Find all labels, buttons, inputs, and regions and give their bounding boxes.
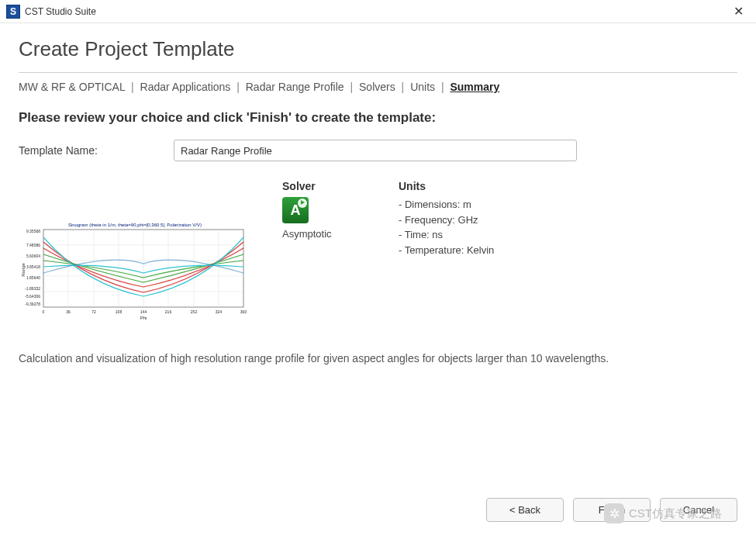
template-description: Calculation and visualization of high re…	[19, 351, 732, 367]
units-list: - Dimensions: m - Frequency: GHz - Time:…	[399, 197, 737, 257]
cancel-button[interactable]: Cancel	[660, 498, 737, 522]
svg-text:252: 252	[191, 309, 198, 314]
svg-text:324: 324	[216, 309, 223, 314]
svg-text:-1.89332: -1.89332	[25, 286, 40, 291]
solver-name: Asymptotic	[282, 228, 368, 240]
svg-text:Range: Range	[21, 263, 26, 277]
svg-text:Sinogram (theta in 1/m, theta=: Sinogram (theta in 1/m, theta=90,phi=[0,…	[68, 223, 202, 227]
solver-heading: Solver	[282, 180, 368, 192]
list-item: - Dimensions: m	[399, 197, 737, 212]
svg-rect-0	[19, 219, 251, 320]
svg-text:7.48086: 7.48086	[26, 243, 40, 247]
svg-text:0: 0	[43, 309, 45, 314]
breadcrumb: MW & RF & OPTICAL | Radar Applications |…	[19, 81, 737, 93]
svg-text:360: 360	[240, 309, 247, 314]
list-item: - Temperature: Kelvin	[399, 243, 737, 258]
window-title: CST Studio Suite	[25, 6, 96, 17]
page-title: Create Project Template	[19, 37, 737, 61]
breadcrumb-item[interactable]: MW & RF & OPTICAL	[19, 81, 125, 93]
list-item: - Frequency: GHz	[399, 212, 737, 228]
svg-text:Phi: Phi	[140, 316, 147, 320]
breadcrumb-item[interactable]: Solvers	[359, 81, 395, 93]
finish-button[interactable]: Finish	[573, 498, 651, 522]
svg-text:144: 144	[140, 309, 147, 314]
template-name-input[interactable]	[174, 140, 577, 161]
list-item: - Time: ns	[399, 227, 737, 243]
template-preview-thumbnail: Sinogram (theta in 1/m, theta=90,phi=[0,…	[19, 219, 251, 320]
svg-text:108: 108	[116, 309, 123, 314]
template-name-label: Template Name:	[19, 144, 174, 157]
divider	[19, 72, 737, 73]
svg-text:-5.64306: -5.64306	[25, 294, 40, 299]
close-icon[interactable]: ✕	[727, 2, 750, 20]
breadcrumb-item-active[interactable]: Summary	[450, 81, 499, 93]
svg-text:1.85640: 1.85640	[26, 275, 40, 280]
svg-text:-9.39278: -9.39278	[25, 302, 40, 306]
instruction-heading: Please review your choice and click 'Fin…	[19, 110, 737, 126]
svg-text:36: 36	[66, 309, 71, 314]
units-heading: Units	[399, 180, 737, 192]
svg-text:5.60604: 5.60604	[26, 254, 40, 258]
breadcrumb-item[interactable]: Units	[410, 81, 435, 93]
svg-text:3.85418: 3.85418	[26, 264, 40, 269]
svg-text:9.35568: 9.35568	[26, 229, 40, 233]
back-button[interactable]: < Back	[486, 498, 564, 522]
solver-asymptotic-icon: A	[282, 197, 309, 223]
svg-text:216: 216	[165, 309, 172, 314]
svg-text:72: 72	[91, 309, 96, 314]
breadcrumb-item[interactable]: Radar Applications	[140, 81, 231, 93]
app-logo-icon: S	[6, 5, 20, 19]
breadcrumb-item[interactable]: Radar Range Profile	[246, 81, 344, 93]
